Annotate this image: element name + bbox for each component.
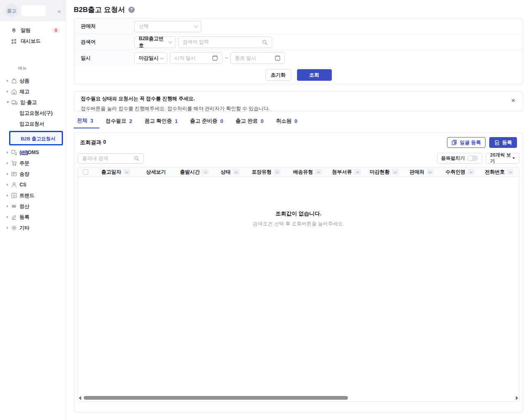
column-filter-icon[interactable] — [274, 169, 280, 175]
sidebar-item-label: 송장 — [19, 171, 29, 178]
column-filter-icon[interactable] — [507, 169, 514, 175]
chevron-right-icon — [7, 194, 8, 197]
chevron-right-icon — [7, 173, 8, 175]
sidebar-header: 품고 « — [0, 0, 66, 22]
column-filter-icon[interactable] — [427, 169, 433, 175]
gear-icon — [11, 224, 17, 231]
sidebar-item-label: 정산 — [19, 203, 29, 210]
sidebar-subitem-b2b-outbound-request-active[interactable]: B2B 출고요청서(신) — [9, 131, 63, 145]
sidebar-item-orders[interactable]: 주문 — [0, 158, 66, 169]
date-type-select[interactable]: 마감일시 — [134, 52, 167, 64]
tab-all[interactable]: 전체3 — [74, 117, 99, 128]
select-all-checkbox[interactable] — [83, 169, 88, 175]
sidebar-item-settlement[interactable]: ₩ 정산 — [0, 201, 66, 212]
sidebar-subitem-inbound-request[interactable]: 입고요청서 — [0, 118, 66, 129]
home-icon — [11, 88, 17, 95]
empty-state: 조회값이 없습니다. 검색조건 선택 후 조회버튼을 눌러주세요. — [78, 210, 519, 227]
column-filter-icon[interactable] — [468, 169, 474, 175]
sidebar-item-label: CS — [19, 182, 27, 188]
search-button[interactable]: 조회 — [297, 69, 332, 81]
status-tabs: 전체3 접수필요2 품고 확인중1 출고 준비중0 출고 완료0 취소됨0 — [74, 117, 304, 128]
keyword-label: 검색어 — [74, 34, 134, 50]
sidebar-item-products[interactable]: 상품 — [0, 75, 66, 86]
column-filter-icon[interactable] — [202, 169, 209, 175]
keyword-type-select[interactable]: B2B출고번호 — [134, 36, 176, 48]
sidebar-item-cs[interactable]: CS — [0, 179, 66, 190]
bag-icon — [11, 77, 17, 84]
sidebar-item-trend[interactable]: 트렌드 — [0, 190, 66, 201]
expand-items-toggle[interactable]: 품목펼치기 — [437, 153, 483, 164]
column-filter-icon[interactable] — [123, 169, 130, 175]
chevron-right-icon — [7, 183, 8, 186]
caret-down-icon — [512, 157, 515, 159]
cart-icon — [11, 160, 17, 167]
truck-icon — [11, 99, 18, 106]
chevron-right-icon — [7, 151, 8, 154]
search-form-card: 판매처 선택 검색어 B2B출고번호 검색어 입력 — [74, 18, 523, 84]
sidebar-item-inout[interactable]: 입·출고 — [0, 97, 66, 108]
toggle-switch-off[interactable] — [467, 155, 478, 161]
sidebar-item-invoice[interactable]: 송장 — [0, 169, 66, 179]
help-icon[interactable]: ? — [128, 7, 135, 13]
bell-icon — [11, 27, 17, 34]
tab-count: 0 — [295, 118, 297, 124]
sidebar-item-label: 등록 — [19, 214, 29, 221]
date-label: 일시 — [74, 50, 134, 66]
reset-button[interactable]: 초기화 — [266, 69, 291, 81]
empty-state-title: 조회값이 없습니다. — [78, 210, 519, 217]
column-filter-icon[interactable] — [233, 169, 239, 175]
sidebar-item-label: 입·출고 — [20, 99, 37, 106]
tab-count: 0 — [220, 118, 223, 124]
tab-count: 2 — [129, 118, 132, 124]
sidebar-item-oms[interactable]: (신)OMS — [0, 147, 66, 158]
sidebar-item-etc[interactable]: 기타 — [0, 222, 66, 233]
results-summary-label: 조회결과 — [80, 139, 101, 146]
sidebar-item-label: 재고 — [19, 88, 29, 95]
calendar-icon — [275, 55, 280, 61]
tab-outbound-complete[interactable]: 출고 완료0 — [229, 117, 270, 128]
chevron-right-icon — [7, 216, 8, 218]
horizontal-scrollbar[interactable] — [79, 395, 518, 401]
tab-count: 3 — [90, 118, 93, 124]
date-start-input[interactable]: 시작 일시 — [170, 52, 222, 64]
scrollbar-thumb[interactable] — [84, 396, 348, 400]
sidebar: 품고 « 알림 0 대시보드 메뉴 상품 재고 — [0, 0, 66, 420]
chevron-right-icon — [7, 162, 8, 164]
page-size-select[interactable]: 20개씩 보기 — [486, 153, 519, 164]
sidebar-collapse-icon[interactable]: « — [58, 7, 61, 14]
results-filter-input[interactable]: 결과내 검색 — [77, 153, 144, 164]
tab-preparing-outbound[interactable]: 출고 준비중0 — [184, 117, 229, 128]
chevron-down-icon — [7, 101, 9, 103]
sidebar-item-dashboard[interactable]: 대시보드 — [0, 36, 66, 46]
vendor-select[interactable]: 선택 — [134, 21, 201, 32]
page: 품고 « 알림 0 대시보드 메뉴 상품 재고 — [0, 0, 529, 420]
register-button[interactable]: 등록 — [489, 137, 517, 148]
dashboard-icon — [11, 38, 17, 44]
tab-count: 0 — [261, 118, 263, 124]
sidebar-item-inventory[interactable]: 재고 — [0, 86, 66, 97]
results-table: 출고일자 상세보기 출발시간 상태 포장유형 배송유형 첨부서류 마감현황 판매… — [77, 167, 519, 402]
bulk-register-button[interactable]: 일괄 등록 — [447, 137, 486, 148]
scroll-left-icon[interactable] — [79, 396, 81, 400]
sidebar-item-register[interactable]: 등록 — [0, 212, 66, 222]
sidebar-item-label: 상품 — [19, 77, 29, 84]
tab-cancelled[interactable]: 취소됨0 — [270, 117, 303, 128]
menu-section-header: 메뉴 — [18, 65, 66, 71]
tab-needs-receipt[interactable]: 접수필요2 — [99, 117, 138, 128]
tab-count: 1 — [175, 118, 178, 124]
keyword-input[interactable]: 검색어 입력 — [178, 36, 272, 48]
tab-pumgo-checking[interactable]: 품고 확인중1 — [138, 117, 184, 128]
close-icon[interactable]: × — [511, 97, 515, 104]
scroll-right-icon[interactable] — [516, 396, 518, 400]
logo-badge: 품고 — [5, 4, 18, 17]
chevron-right-icon — [7, 80, 8, 82]
column-filter-icon[interactable] — [354, 169, 361, 175]
column-filter-icon[interactable] — [315, 169, 322, 175]
column-filter-icon[interactable] — [392, 169, 399, 175]
results-summary-count: 0 — [103, 139, 106, 146]
date-end-input[interactable]: 종료 일시 — [230, 52, 285, 64]
calendar-icon — [212, 55, 218, 61]
bar-chart-icon — [11, 192, 17, 199]
sidebar-item-notifications[interactable]: 알림 0 — [0, 25, 66, 36]
sidebar-subitem-inbound-request-old[interactable]: 입고요청서(구) — [0, 108, 66, 118]
